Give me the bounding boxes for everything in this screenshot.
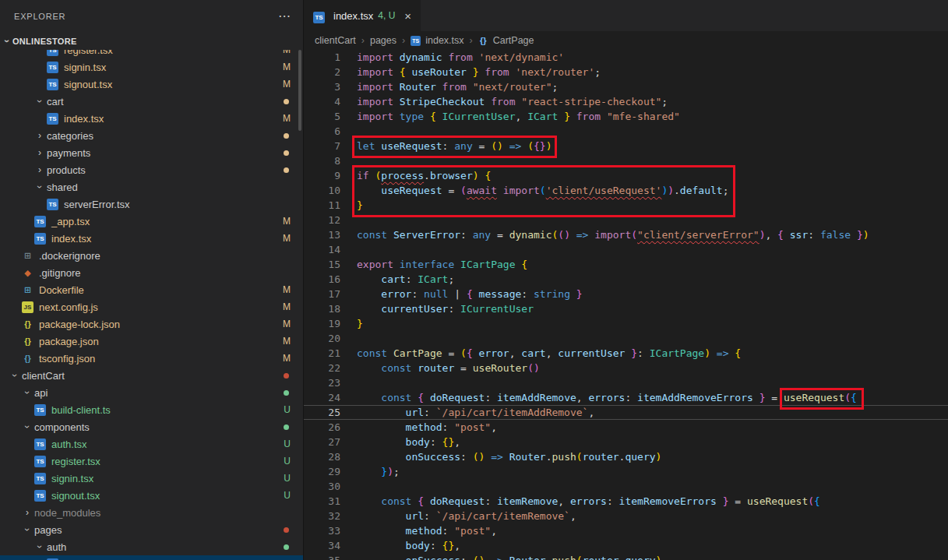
line-number[interactable]: 17 (304, 287, 340, 301)
code-line-text[interactable]: }); (357, 464, 400, 479)
line-number[interactable]: 1 (304, 50, 340, 65)
tree-item--dockerignore[interactable]: ⊞.dockerignore (0, 247, 303, 264)
line-number[interactable]: 10 (304, 183, 340, 198)
line-number[interactable]: 35 (304, 553, 340, 560)
line-number[interactable]: 8 (304, 153, 340, 168)
line-number[interactable]: 9 (304, 168, 340, 183)
code-line-text[interactable]: method: "post", (357, 523, 497, 538)
tree-item-servererror-tsx[interactable]: TSserverError.tsx (0, 195, 303, 213)
line-number[interactable]: 2 (304, 65, 340, 79)
tree-item--gitignore[interactable]: ◆.gitignore (0, 264, 303, 281)
tree-item-index-tsx[interactable]: TSindex.tsxM (0, 110, 303, 127)
tree-item-tsconfig-json[interactable]: {}tsconfig.jsonM (0, 350, 303, 367)
line-number[interactable]: 3 (304, 79, 340, 94)
code-line-text[interactable]: export interface ICartPage { (357, 257, 527, 272)
line-number[interactable]: 15 (304, 257, 340, 272)
line-number[interactable]: 28 (304, 449, 340, 464)
tree-item-signin-tsx[interactable]: TSsignin.tsxM (0, 58, 303, 76)
code-line-text[interactable]: url: `/api/cart/itemAddRemove`, (357, 405, 594, 420)
line-number[interactable]: 25 (304, 405, 340, 420)
code-line-text[interactable]: if (process.browser) { (357, 168, 491, 183)
line-number[interactable]: 19 (304, 316, 340, 331)
tree-item-components[interactable]: ›components (0, 418, 303, 435)
line-number[interactable]: 26 (304, 420, 340, 435)
line-number[interactable]: 31 (304, 494, 340, 509)
code-line-text[interactable]: import type { ICurrentUser, ICart } from… (357, 109, 680, 124)
tree-item-pages[interactable]: ›pages (0, 521, 303, 538)
code-line-text[interactable]: method: "post", (357, 420, 497, 435)
code-line-text[interactable]: import { useRouter } from 'next/router'; (357, 65, 601, 79)
code-line-text[interactable]: onSuccess: () => Router.push(router.quer… (357, 553, 661, 560)
tree-item-signout-tsx[interactable]: TSsignout.tsxM (0, 76, 303, 93)
tree-item-categories[interactable]: ›categories (0, 127, 303, 144)
code-line-text[interactable]: cart: ICart; (357, 272, 454, 287)
sidebar-scrollbar[interactable] (298, 50, 301, 131)
tree-item-clientcart[interactable]: ›clientCart (0, 367, 303, 384)
line-number[interactable]: 24 (304, 390, 340, 405)
tab-index-tsx[interactable]: TS index.tsx 4, U × (304, 0, 421, 31)
code-line-text[interactable]: import Router from "next/router"; (357, 79, 558, 94)
line-number[interactable]: 30 (304, 479, 340, 494)
code-line-text[interactable]: const { doRequest: itemRemove, errors: i… (357, 494, 820, 509)
line-number[interactable]: 27 (304, 435, 340, 449)
tree-item-package-json[interactable]: {}package.jsonM (0, 333, 303, 350)
breadcrumb-item[interactable]: clientCart (315, 35, 356, 46)
line-number[interactable]: 20 (304, 331, 340, 346)
code-line-text[interactable]: currentUser: ICurrentUser (357, 301, 534, 316)
line-number[interactable]: 22 (304, 361, 340, 375)
code-line-text[interactable]: } (357, 316, 363, 331)
more-actions-icon[interactable]: ⋯ (278, 10, 291, 23)
tree-item--app-tsx[interactable]: TS_app.tsxM (0, 213, 303, 230)
code-line-text[interactable]: useRequest = (await import('client/useRe… (357, 183, 728, 198)
code-line-text[interactable]: } (357, 198, 363, 213)
tree-item-build-client-ts[interactable]: TSbuild-client.tsU (0, 401, 303, 418)
line-number[interactable]: 7 (304, 139, 340, 153)
tree-item-shared[interactable]: ›shared (0, 178, 303, 195)
tree-item-signin-tsx[interactable]: TSsignin.tsxU (0, 470, 303, 487)
tree-item-signout-tsx[interactable]: TSsignout.tsxU (0, 487, 303, 504)
line-number[interactable]: 21 (304, 346, 340, 361)
code-line-text[interactable]: const CartPage = ({ error, cart, current… (357, 346, 741, 361)
tree-item-dockerfile[interactable]: ⊞DockerfileM (0, 281, 303, 298)
code-line-text[interactable]: let useRequest: any = () => ({}) (357, 139, 552, 153)
code-line-text[interactable]: import dynamic from 'next/dynamic' (357, 50, 564, 65)
code-line-text[interactable]: error: null | { message: string } (357, 287, 583, 301)
tree-item-products[interactable]: ›products (0, 161, 303, 178)
code-line-text[interactable]: body: {}, (357, 435, 460, 449)
tree-item-register-tsx[interactable]: TSregister.tsxU (0, 453, 303, 470)
code-line-text[interactable]: const router = useRouter() (357, 361, 540, 375)
line-number[interactable]: 4 (304, 94, 340, 109)
breadcrumb-item[interactable]: TSindex.tsx (411, 35, 463, 46)
tree-item-index-tsx[interactable]: TSindex.tsxM (0, 230, 303, 247)
line-number[interactable]: 34 (304, 538, 340, 553)
line-number[interactable]: 33 (304, 523, 340, 538)
section-onlinestore[interactable]: › ONLINESTORE (0, 33, 303, 50)
tree-item-auth-tsx[interactable]: TSauth.tsxU (0, 435, 303, 453)
code-line-text[interactable]: const ServerError: any = dynamic(() => i… (357, 227, 869, 242)
line-number[interactable]: 12 (304, 213, 340, 227)
breadcrumb-item[interactable]: pages (370, 35, 396, 46)
tree-item-index-tsx[interactable]: TSindex.tsx (0, 555, 303, 560)
line-number[interactable]: 23 (304, 375, 340, 390)
tree-item-cart[interactable]: ›cart (0, 93, 303, 110)
tree-item-register-tsx[interactable]: TSregister.tsxM (0, 50, 303, 58)
line-number[interactable]: 29 (304, 464, 340, 479)
code-line-text[interactable]: import StripeCheckout from "react-stripe… (357, 94, 668, 109)
tree-item-payments[interactable]: ›payments (0, 144, 303, 161)
tree-item-auth[interactable]: ›auth (0, 538, 303, 555)
code-line-text[interactable]: body: {}, (357, 538, 460, 553)
line-number[interactable]: 11 (304, 198, 340, 213)
code-line-text[interactable]: const { doRequest: itemAddRemove, errors… (357, 390, 857, 405)
line-number[interactable]: 32 (304, 509, 340, 523)
line-number[interactable]: 14 (304, 242, 340, 257)
line-number[interactable]: 6 (304, 124, 340, 139)
close-icon[interactable]: × (404, 9, 411, 23)
tree-item-node-modules[interactable]: ›node_modules (0, 504, 303, 521)
breadcrumb-item[interactable]: {}CartPage (478, 35, 534, 46)
line-number[interactable]: 18 (304, 301, 340, 316)
code-line-text[interactable]: url: `/api/cart/itemRemove`, (357, 509, 576, 523)
code-line-text[interactable]: onSuccess: () => Router.push(router.quer… (357, 449, 661, 464)
tree-item-api[interactable]: ›api (0, 384, 303, 401)
line-number[interactable]: 13 (304, 227, 340, 242)
line-number[interactable]: 5 (304, 109, 340, 124)
